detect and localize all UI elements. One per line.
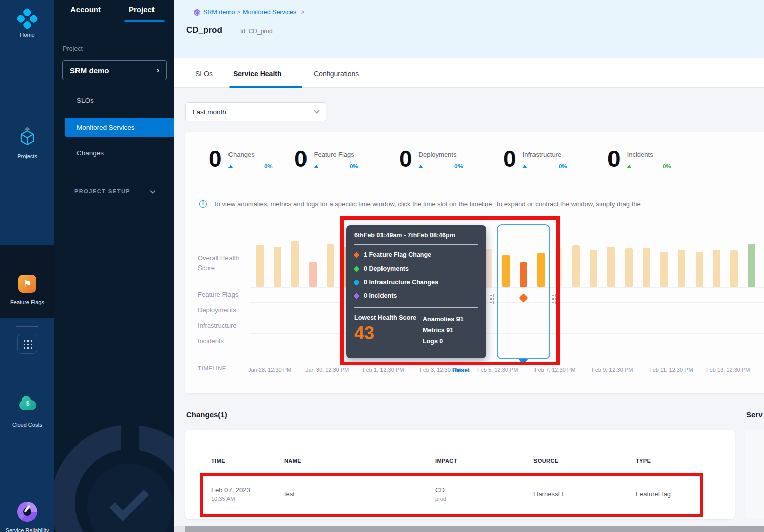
tooltip-metric: Logs 0 — [423, 336, 478, 347]
tab-slos[interactable]: SLOs — [195, 70, 213, 78]
sidebar-item-feature-flags[interactable]: ⚑ Feature Flags — [0, 136, 54, 176]
stat-label: Feature Flags — [314, 151, 358, 158]
breadcrumb-separator: > — [301, 9, 304, 16]
delta-up-icon — [314, 165, 318, 168]
timeline-bar[interactable] — [327, 244, 334, 287]
sidebar-item-help[interactable]: HELP — [0, 392, 54, 422]
column-header-label: TIME — [211, 458, 225, 464]
breadcrumb-separator: > — [237, 9, 240, 16]
timeline-bar[interactable] — [607, 247, 615, 287]
timeline-bar[interactable] — [713, 250, 720, 287]
stat-delta-value: 0% — [559, 163, 567, 169]
tooltip-event: 1 Feature Flag Change — [354, 251, 478, 258]
tooltip-summary: Lowest Health Score 43 Anamolies 91Metri… — [354, 314, 478, 347]
rail-item-label: Home — [0, 31, 54, 39]
active-tab-underline — [124, 20, 165, 22]
grid-dots-icon — [23, 339, 33, 349]
stat-label: Changes — [228, 151, 273, 158]
timeline-bar[interactable] — [274, 247, 281, 287]
stat-detail: Deployments0% — [419, 149, 463, 169]
tooltip-metric: Metrics 91 — [423, 325, 478, 336]
timeline-bar[interactable] — [625, 248, 633, 287]
timeline-bar[interactable] — [291, 241, 299, 287]
timeline-tick-label: Feb 5, 12:30 PM — [477, 366, 525, 374]
chevron-up-icon[interactable] — [24, 127, 31, 130]
timeline-selection-window[interactable] — [497, 224, 550, 359]
horizontal-scrollbar-thumb[interactable] — [185, 526, 764, 532]
stat-value: 0 — [399, 149, 412, 169]
column-header-impact[interactable]: IMPACT — [435, 458, 461, 464]
stat-value: 0 — [607, 149, 621, 169]
stat-delta-row: 0% — [419, 163, 463, 169]
chart-row-label: Incidents — [198, 337, 254, 346]
cell-source: HarnessFF — [533, 490, 566, 498]
stat-infrastructure: 0Infrastructure0% — [503, 149, 567, 169]
tab-configurations[interactable]: Configurations — [314, 70, 359, 78]
blue-diamond-icon — [353, 279, 360, 286]
sidebar-item-dashboards[interactable]: DASHBOARDS — [0, 439, 54, 472]
stat-delta-row: 0% — [627, 163, 671, 169]
stat-delta-value: 0% — [350, 163, 358, 169]
stat-detail: Changes0% — [228, 149, 273, 169]
sidebar-item-changes[interactable]: Changes — [77, 149, 104, 157]
sidebar-item-service-reliability[interactable]: Service Reliability — [0, 246, 54, 317]
lowest-health-score-value: 43 — [354, 324, 423, 342]
sidebar-item-home[interactable]: Home — [0, 0, 54, 50]
timeline-bar[interactable] — [730, 250, 738, 287]
tab-project[interactable]: Project — [129, 5, 155, 14]
timeline-bar[interactable] — [572, 245, 580, 287]
chart-row-label: Infrastructure — [198, 321, 254, 331]
column-header-time[interactable]: TIME — [211, 458, 228, 464]
delta-up-icon — [523, 165, 527, 168]
changes-heading: Changes(1) — [186, 410, 227, 419]
column-header-name[interactable]: NAME — [284, 458, 304, 464]
timeline-bar[interactable] — [590, 250, 597, 287]
timeline-bar[interactable] — [696, 252, 703, 287]
timeline-bar[interactable] — [748, 244, 755, 287]
sidebar-item-slos[interactable]: SLOs — [77, 97, 94, 104]
column-header-type[interactable]: TYPE — [636, 458, 654, 464]
timeline-bar[interactable] — [660, 252, 668, 287]
sidebar-item-account-settings[interactable]: ⚙ ACCOUNT SETTINGS — [0, 486, 54, 526]
breadcrumb-srm-demo[interactable]: SRM demo — [203, 9, 235, 16]
rail-item-label: Service Reliability — [0, 527, 54, 532]
stat-delta-row: 0% — [523, 163, 567, 169]
tooltip-event-label: 1 Feature Flag Change — [364, 251, 431, 258]
tab-account[interactable]: Account — [70, 5, 101, 14]
sidebar-item-monitored-services[interactable]: Monitored Services — [65, 118, 174, 137]
stat-value: 0 — [294, 149, 308, 169]
reset-link[interactable]: Reset — [452, 367, 470, 374]
adjacent-card-edge — [745, 430, 764, 519]
selection-left-drag-handle[interactable] — [490, 294, 494, 305]
delta-up-icon — [627, 165, 631, 168]
sidebar-item-projects[interactable]: Projects — [0, 63, 54, 101]
column-header-source[interactable]: SOURCE — [533, 458, 561, 464]
module-grid-button[interactable] — [17, 334, 37, 354]
project-selector[interactable]: SRM demo › — [62, 60, 167, 80]
project-setup-label: PROJECT SETUP — [74, 188, 130, 194]
tooltip-divider — [354, 244, 478, 245]
timeline-bar[interactable] — [678, 250, 685, 287]
timeline-bar[interactable] — [256, 245, 264, 287]
tooltip-event-label: 0 Incidents — [364, 292, 397, 299]
stat-label: Infrastructure — [523, 151, 567, 158]
tooltip-metric: Anamolies 91 — [423, 314, 478, 325]
stat-delta-value: 0% — [264, 163, 273, 169]
timeline-bar[interactable] — [555, 248, 562, 287]
clipped-section-heading: Serv — [746, 410, 763, 419]
timeline-bar[interactable] — [643, 248, 650, 287]
project-setup-toggle[interactable]: PROJECT SETUP — [74, 188, 130, 194]
tooltip-event-list: 1 Feature Flag Change0 Deployments0 Infr… — [354, 251, 478, 299]
timeline-bar[interactable] — [309, 262, 317, 287]
time-range-select[interactable]: Last month — [185, 102, 326, 121]
chart-row-label: Feature Flags — [198, 290, 254, 300]
stat-delta-row: 0% — [228, 163, 273, 169]
table-row[interactable]: Feb 07, 202310:35 AMtestCDprodHarnessFFF… — [185, 480, 735, 515]
cell-line-1: CD — [435, 486, 446, 494]
breadcrumb-monitored-services[interactable]: Monitored Services — [243, 9, 296, 16]
tooltip-metrics: Anamolies 91Metrics 91Logs 0 — [423, 314, 478, 347]
selection-right-drag-handle[interactable] — [552, 294, 556, 305]
timeline-tick-label: Jan 28, 12:30 PM — [248, 366, 296, 374]
tab-service-health[interactable]: Service Health — [233, 70, 282, 78]
sidebar-item-cloud-costs[interactable]: $ Cloud Costs — [0, 197, 54, 237]
